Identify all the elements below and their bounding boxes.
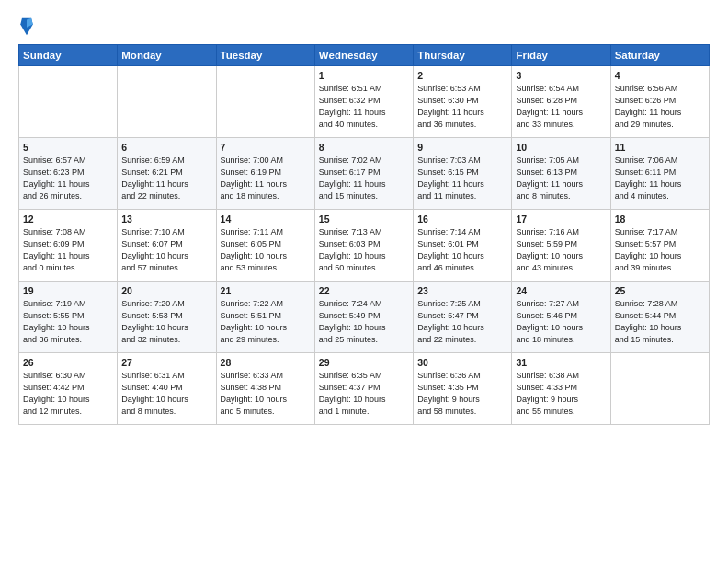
day-info: Sunrise: 7:19 AM Sunset: 5:55 PM Dayligh… [23,298,113,346]
day-number: 8 [319,142,409,153]
day-number: 25 [615,285,705,296]
day-info: Sunrise: 7:00 AM Sunset: 6:19 PM Dayligh… [221,155,311,202]
calendar-cell [216,66,314,138]
logo [18,17,38,37]
day-number: 31 [516,357,606,368]
day-number: 11 [615,142,705,153]
day-info: Sunrise: 7:24 AM Sunset: 5:49 PM Dayligh… [319,298,409,346]
day-info: Sunrise: 6:56 AM Sunset: 6:26 PM Dayligh… [615,83,705,131]
calendar-cell: 18Sunrise: 7:17 AM Sunset: 5:57 PM Dayli… [610,210,709,282]
calendar-cell: 9Sunrise: 7:03 AM Sunset: 6:15 PM Daylig… [414,138,512,210]
day-info: Sunrise: 6:35 AM Sunset: 4:37 PM Dayligh… [319,370,409,418]
calendar-cell: 1Sunrise: 6:51 AM Sunset: 6:32 PM Daylig… [314,66,413,138]
calendar-week-1: 5Sunrise: 6:57 AM Sunset: 6:23 PM Daylig… [19,138,710,210]
calendar-cell: 13Sunrise: 7:10 AM Sunset: 6:07 PM Dayli… [118,210,216,282]
calendar-cell: 14Sunrise: 7:11 AM Sunset: 6:05 PM Dayli… [216,210,314,282]
calendar-cell: 19Sunrise: 7:19 AM Sunset: 5:55 PM Dayli… [19,282,118,353]
weekday-friday: Friday [512,45,610,66]
calendar-cell: 21Sunrise: 7:22 AM Sunset: 5:51 PM Dayli… [216,282,314,353]
day-info: Sunrise: 7:06 AM Sunset: 6:11 PM Dayligh… [615,155,705,202]
day-number: 30 [417,357,507,368]
calendar-cell: 30Sunrise: 6:36 AM Sunset: 4:35 PM Dayli… [414,353,512,425]
day-info: Sunrise: 6:59 AM Sunset: 6:21 PM Dayligh… [121,155,211,202]
day-number: 13 [121,213,211,224]
day-info: Sunrise: 7:22 AM Sunset: 5:51 PM Dayligh… [221,298,311,346]
calendar-cell: 23Sunrise: 7:25 AM Sunset: 5:47 PM Dayli… [414,282,512,353]
day-number: 20 [121,285,211,296]
day-info: Sunrise: 6:31 AM Sunset: 4:40 PM Dayligh… [121,370,211,418]
weekday-wednesday: Wednesday [314,45,413,66]
day-number: 21 [221,285,311,296]
day-number: 18 [615,213,705,224]
day-number: 22 [319,285,409,296]
calendar-cell: 17Sunrise: 7:16 AM Sunset: 5:59 PM Dayli… [512,210,610,282]
day-info: Sunrise: 7:11 AM Sunset: 6:05 PM Dayligh… [221,226,311,274]
day-info: Sunrise: 6:30 AM Sunset: 4:42 PM Dayligh… [23,370,113,418]
calendar-cell: 2Sunrise: 6:53 AM Sunset: 6:30 PM Daylig… [414,66,512,138]
weekday-header-row: SundayMondayTuesdayWednesdayThursdayFrid… [19,45,710,66]
day-info: Sunrise: 6:36 AM Sunset: 4:35 PM Dayligh… [417,370,507,418]
logo-icon [18,17,35,37]
day-info: Sunrise: 7:25 AM Sunset: 5:47 PM Dayligh… [417,298,507,346]
day-info: Sunrise: 7:14 AM Sunset: 6:01 PM Dayligh… [417,226,507,274]
day-number: 12 [23,213,113,224]
calendar: SundayMondayTuesdayWednesdayThursdayFrid… [18,44,710,425]
weekday-thursday: Thursday [414,45,512,66]
day-info: Sunrise: 7:16 AM Sunset: 5:59 PM Dayligh… [516,226,606,274]
calendar-cell: 20Sunrise: 7:20 AM Sunset: 5:53 PM Dayli… [118,282,216,353]
calendar-cell: 7Sunrise: 7:00 AM Sunset: 6:19 PM Daylig… [216,138,314,210]
calendar-cell: 8Sunrise: 7:02 AM Sunset: 6:17 PM Daylig… [314,138,413,210]
calendar-cell: 24Sunrise: 7:27 AM Sunset: 5:46 PM Dayli… [512,282,610,353]
weekday-saturday: Saturday [610,45,709,66]
day-info: Sunrise: 7:17 AM Sunset: 5:57 PM Dayligh… [615,226,705,274]
calendar-cell: 3Sunrise: 6:54 AM Sunset: 6:28 PM Daylig… [512,66,610,138]
calendar-cell: 10Sunrise: 7:05 AM Sunset: 6:13 PM Dayli… [512,138,610,210]
day-number: 28 [221,357,311,368]
calendar-cell: 5Sunrise: 6:57 AM Sunset: 6:23 PM Daylig… [19,138,118,210]
day-info: Sunrise: 7:05 AM Sunset: 6:13 PM Dayligh… [516,155,606,202]
calendar-week-4: 26Sunrise: 6:30 AM Sunset: 4:42 PM Dayli… [19,353,710,425]
calendar-cell: 16Sunrise: 7:14 AM Sunset: 6:01 PM Dayli… [414,210,512,282]
day-info: Sunrise: 7:28 AM Sunset: 5:44 PM Dayligh… [615,298,705,346]
day-info: Sunrise: 6:53 AM Sunset: 6:30 PM Dayligh… [417,83,507,131]
day-info: Sunrise: 7:10 AM Sunset: 6:07 PM Dayligh… [121,226,211,274]
calendar-cell [19,66,118,138]
day-info: Sunrise: 6:33 AM Sunset: 4:38 PM Dayligh… [221,370,311,418]
calendar-week-3: 19Sunrise: 7:19 AM Sunset: 5:55 PM Dayli… [19,282,710,353]
calendar-week-2: 12Sunrise: 7:08 AM Sunset: 6:09 PM Dayli… [19,210,710,282]
day-number: 23 [417,285,507,296]
weekday-tuesday: Tuesday [216,45,314,66]
day-info: Sunrise: 6:57 AM Sunset: 6:23 PM Dayligh… [23,155,113,202]
day-number: 1 [319,70,409,81]
calendar-cell: 11Sunrise: 7:06 AM Sunset: 6:11 PM Dayli… [610,138,709,210]
calendar-cell: 31Sunrise: 6:38 AM Sunset: 4:33 PM Dayli… [512,353,610,425]
day-number: 17 [516,213,606,224]
calendar-cell: 22Sunrise: 7:24 AM Sunset: 5:49 PM Dayli… [314,282,413,353]
calendar-cell: 28Sunrise: 6:33 AM Sunset: 4:38 PM Dayli… [216,353,314,425]
calendar-cell: 29Sunrise: 6:35 AM Sunset: 4:37 PM Dayli… [314,353,413,425]
calendar-cell: 4Sunrise: 6:56 AM Sunset: 6:26 PM Daylig… [610,66,709,138]
calendar-cell [118,66,216,138]
page-header [18,17,710,37]
day-number: 15 [319,213,409,224]
calendar-cell: 26Sunrise: 6:30 AM Sunset: 4:42 PM Dayli… [19,353,118,425]
day-info: Sunrise: 6:38 AM Sunset: 4:33 PM Dayligh… [516,370,606,418]
day-number: 7 [221,142,311,153]
day-info: Sunrise: 7:08 AM Sunset: 6:09 PM Dayligh… [23,226,113,274]
calendar-cell: 25Sunrise: 7:28 AM Sunset: 5:44 PM Dayli… [610,282,709,353]
day-info: Sunrise: 7:02 AM Sunset: 6:17 PM Dayligh… [319,155,409,202]
day-number: 29 [319,357,409,368]
day-number: 26 [23,357,113,368]
day-number: 10 [516,142,606,153]
weekday-sunday: Sunday [19,45,118,66]
day-number: 14 [221,213,311,224]
day-number: 3 [516,70,606,81]
day-number: 27 [121,357,211,368]
weekday-monday: Monday [118,45,216,66]
day-info: Sunrise: 6:54 AM Sunset: 6:28 PM Dayligh… [516,83,606,131]
day-number: 9 [417,142,507,153]
day-number: 2 [417,70,507,81]
calendar-week-0: 1Sunrise: 6:51 AM Sunset: 6:32 PM Daylig… [19,66,710,138]
calendar-cell: 27Sunrise: 6:31 AM Sunset: 4:40 PM Dayli… [118,353,216,425]
day-number: 4 [615,70,705,81]
